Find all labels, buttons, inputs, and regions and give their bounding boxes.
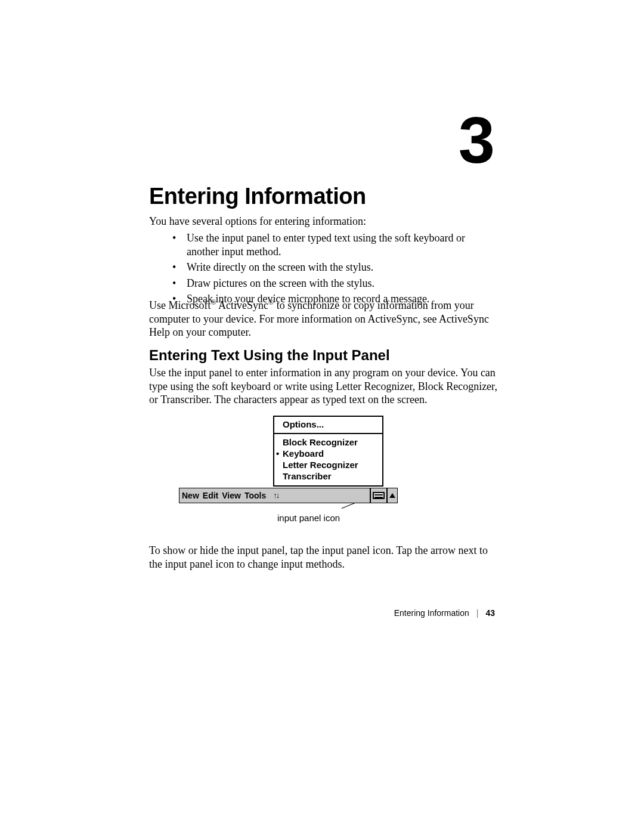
list-item: Write directly on the screen with the st… [170,261,495,274]
menu-item-letter-recognizer[interactable]: Letter Recognizer [274,459,382,470]
list-item: Draw pictures on the screen with the sty… [170,277,495,290]
input-method-list: Block Recognizer Keyboard Letter Recogni… [274,434,382,485]
menu-item-transcriber[interactable]: Transcriber [274,470,382,482]
text-run: Use Microsoft [149,299,210,311]
list-item: Use the input panel to enter typed text … [170,231,495,258]
section-heading: Entering Text Using the Input Panel [149,347,390,364]
taskbar-item-tools[interactable]: Tools [244,491,266,500]
footer-section-name: Entering Information [394,608,469,618]
taskbar: New Edit View Tools ↑↓ [179,488,398,503]
activesync-paragraph: Use Microsoft® ActiveSync® to synchroniz… [149,298,498,339]
input-panel-icon[interactable] [370,488,386,503]
page-footer: Entering Information | 43 [394,608,495,618]
show-hide-paragraph: To show or hide the input panel, tap the… [149,544,498,571]
input-panel-paragraph: Use the input panel to enter information… [149,366,498,407]
intro-paragraph: You have several options for entering in… [149,215,498,228]
footer-page-number: 43 [485,608,495,618]
page-title: Entering Information [149,184,366,209]
sort-icon[interactable]: ↑↓ [273,491,278,500]
keyboard-icon [373,492,385,499]
text-run: ActiveSync [216,299,269,311]
options-list: Use the input panel to enter typed text … [170,231,495,308]
menu-item-block-recognizer[interactable]: Block Recognizer [274,436,382,448]
registered-mark: ® [268,298,274,306]
taskbar-item-view[interactable]: View [222,491,241,500]
menu-item-keyboard[interactable]: Keyboard [274,448,382,459]
taskbar-item-new[interactable]: New [182,491,199,500]
chapter-number: 3 [459,107,495,173]
input-method-arrow-button[interactable] [386,488,397,503]
callout-label: input panel icon [277,513,340,523]
menu-item-options[interactable]: Options... [274,417,382,434]
taskbar-item-edit[interactable]: Edit [203,491,218,500]
footer-separator: | [476,608,479,618]
chevron-up-icon [389,493,395,498]
registered-mark: ® [210,298,216,306]
input-method-menu: Options... Block Recognizer Keyboard Let… [273,416,383,487]
